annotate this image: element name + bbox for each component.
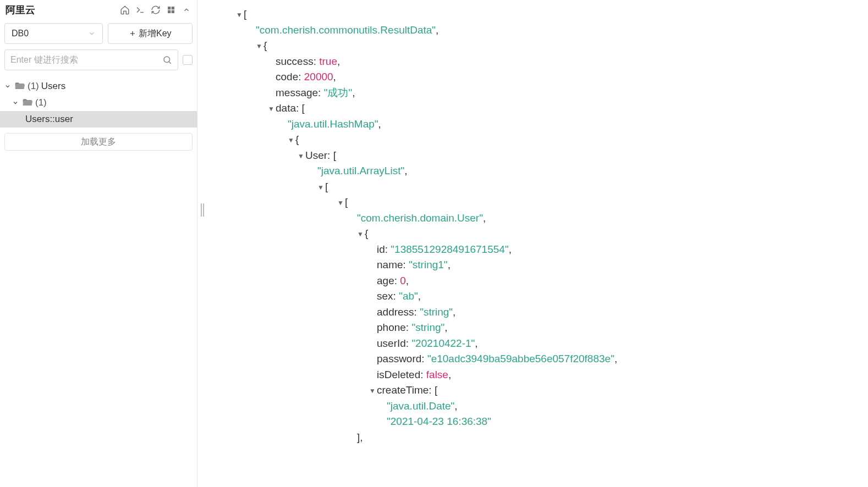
exact-match-checkbox[interactable] xyxy=(183,55,193,65)
chevron-down-icon xyxy=(88,30,96,37)
json-row[interactable]: id: "1385512928491671554", xyxy=(236,242,857,258)
folder-open-icon xyxy=(14,81,25,92)
home-icon[interactable] xyxy=(120,5,130,15)
tree-child[interactable]: (1) xyxy=(0,95,197,111)
load-more-button[interactable]: 加载更多 xyxy=(4,133,193,151)
caret-down-icon xyxy=(4,83,12,90)
caret-icon[interactable] xyxy=(357,229,365,239)
header-icons xyxy=(120,5,191,15)
json-row[interactable]: data: [ xyxy=(236,101,857,117)
json-viewer: [ "com.cherish.commonutils.ResultData", … xyxy=(208,0,868,487)
json-row[interactable]: [ xyxy=(236,179,857,195)
json-row[interactable]: createTime: [ xyxy=(236,383,857,399)
load-more-label: 加载更多 xyxy=(81,136,116,148)
search-icon[interactable] xyxy=(162,55,172,65)
json-row[interactable]: "java.util.ArrayList", xyxy=(236,163,857,179)
splitter[interactable] xyxy=(197,0,208,487)
folder-open-icon xyxy=(22,97,33,108)
caret-icon[interactable] xyxy=(256,41,263,51)
json-row[interactable]: name: "string1", xyxy=(236,257,857,273)
splitter-handle-icon xyxy=(201,203,204,217)
json-row[interactable]: [ xyxy=(236,195,857,211)
brand-label: 阿里云 xyxy=(6,3,35,16)
svg-rect-0 xyxy=(168,7,171,9)
json-row[interactable]: sex: "ab", xyxy=(236,289,857,305)
tree-leaf[interactable]: Users::user xyxy=(0,111,197,128)
json-row[interactable]: phone: "string", xyxy=(236,320,857,336)
caret-icon[interactable] xyxy=(369,386,377,396)
caret-icon[interactable] xyxy=(288,135,295,145)
sidebar: 阿里云 DB0 xyxy=(0,0,197,487)
json-row[interactable]: "com.cherish.commonutils.ResultData", xyxy=(236,23,857,38)
controls-row: DB0 新增Key xyxy=(0,21,197,49)
tree-child-count: (1) xyxy=(35,97,47,108)
caret-icon[interactable] xyxy=(337,198,345,208)
json-row[interactable]: "com.cherish.domain.User", xyxy=(236,211,857,226)
chevron-up-icon[interactable] xyxy=(182,5,191,15)
json-row[interactable]: "java.util.HashMap", xyxy=(236,117,857,132)
json-row[interactable]: User: [ xyxy=(236,148,857,164)
tree-root[interactable]: (1) Users xyxy=(0,78,197,95)
search-input-wrap xyxy=(4,49,178,70)
svg-rect-3 xyxy=(172,10,174,13)
caret-down-icon xyxy=(12,99,20,106)
svg-rect-1 xyxy=(172,7,174,9)
terminal-icon[interactable] xyxy=(135,5,145,15)
caret-icon[interactable] xyxy=(298,151,305,161)
refresh-icon[interactable] xyxy=(151,5,161,15)
json-row[interactable]: isDeleted: false, xyxy=(236,367,857,383)
new-key-button[interactable]: 新增Key xyxy=(108,23,193,44)
svg-rect-2 xyxy=(168,10,171,13)
key-tree: (1) Users (1) Users::user xyxy=(0,76,197,130)
search-row xyxy=(0,49,197,76)
json-row[interactable]: ], xyxy=(236,430,857,446)
caret-icon[interactable] xyxy=(236,10,244,20)
tree-leaf-label: Users::user xyxy=(25,114,73,125)
caret-icon[interactable] xyxy=(317,182,325,192)
db-select[interactable]: DB0 xyxy=(4,23,103,44)
json-row[interactable]: userId: "20210422-1", xyxy=(236,336,857,352)
json-row[interactable]: "java.util.Date", xyxy=(236,399,857,414)
json-row[interactable]: [ xyxy=(236,7,857,23)
sidebar-header: 阿里云 xyxy=(0,0,197,21)
tree-root-label: Users xyxy=(41,81,65,92)
search-input[interactable] xyxy=(10,55,162,65)
svg-point-4 xyxy=(164,57,170,63)
json-row[interactable]: "2021-04-23 16:36:38" xyxy=(236,414,857,430)
json-row[interactable]: success: true, xyxy=(236,54,857,70)
json-row[interactable]: address: "string", xyxy=(236,305,857,320)
json-row[interactable]: { xyxy=(236,226,857,242)
json-row[interactable]: code: 20000, xyxy=(236,69,857,85)
json-row[interactable]: age: 0, xyxy=(236,273,857,289)
json-row[interactable]: password: "e10adc3949ba59abbe56e057f20f8… xyxy=(236,351,857,367)
json-row[interactable]: { xyxy=(236,132,857,148)
caret-icon[interactable] xyxy=(268,104,276,114)
json-row[interactable]: message: "成功", xyxy=(236,85,857,101)
tree-root-count: (1) xyxy=(28,81,39,92)
plus-icon xyxy=(129,30,136,37)
new-key-label: 新增Key xyxy=(139,28,172,40)
db-select-value: DB0 xyxy=(12,29,29,38)
grid-icon[interactable] xyxy=(166,5,176,15)
json-row[interactable]: { xyxy=(236,38,857,54)
